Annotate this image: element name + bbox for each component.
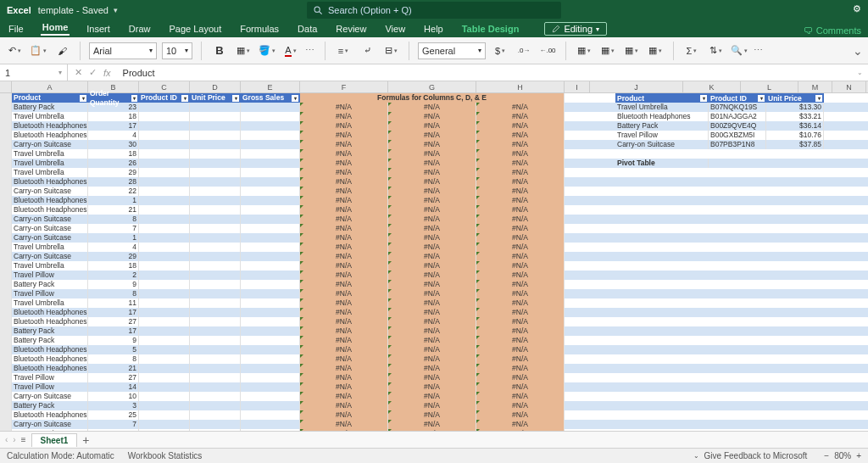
column-header[interactable]: E [241,81,300,92]
increase-decimal-button[interactable]: ←.00 [538,42,557,60]
fill-color-button[interactable]: 🪣 [258,42,276,60]
table-row[interactable]: Battery Pack3#N/A#N/A#N/A [0,401,868,410]
chevron-down-icon[interactable]: ▾ [114,6,118,14]
search-box[interactable]: Search (Option + Q) [307,2,561,19]
decrease-decimal-button[interactable]: .0→ [515,42,533,60]
table-row[interactable]: Travel Umbrella4#N/A#N/A#N/A [0,243,868,252]
column-header[interactable]: L [741,81,798,92]
wrap-text-button[interactable]: ⤶ [358,42,376,60]
font-size-select[interactable]: 10▾ [162,42,192,59]
editing-mode-button[interactable]: Editing ▾ [544,22,607,36]
tab-page-layout[interactable]: Page Layout [167,22,223,36]
tab-formulas[interactable]: Formulas [238,22,281,36]
table-header[interactable]: Product ID▾ [139,93,190,103]
workbook-stats-label[interactable]: Workbook Statistics [128,451,203,460]
conditional-format-button[interactable]: ▦ [575,42,593,60]
column-header[interactable]: D [190,81,241,92]
tab-insert[interactable]: Insert [85,22,112,36]
all-sheets-icon[interactable]: ≡ [21,435,26,444]
table-row[interactable]: Carry-on Suitcase29#N/A#N/A#N/A [0,252,868,261]
table-header[interactable]: Product▾ [12,93,88,103]
tab-data[interactable]: Data [296,22,319,36]
comments-button[interactable]: 🗨 Comments [804,25,861,36]
lookup-header-product[interactable]: Product▾ [615,93,709,103]
tab-review[interactable]: Review [334,22,368,36]
insert-cells-button[interactable]: ▦ [646,42,665,60]
sort-filter-button[interactable]: ⇅ [706,42,725,60]
zoom-level[interactable]: 80% [834,451,851,460]
table-row[interactable]: Carry-on Suitcase10#N/A#N/A#N/A [0,392,868,401]
table-row[interactable]: Bluetooth Headphones21#N/A#N/A#N/A [0,205,868,215]
prev-sheet-icon[interactable]: ‹ [5,435,8,444]
column-header[interactable]: K [683,81,741,92]
autosum-button[interactable]: Σ [682,42,701,60]
column-header[interactable]: A [12,81,88,92]
column-header[interactable]: I [565,81,590,92]
tab-help[interactable]: Help [422,22,445,36]
table-row[interactable]: Travel Pillow2#N/A#N/A#N/A [0,271,868,280]
chevron-down-icon[interactable]: ⌄ [693,452,699,460]
table-row[interactable]: Battery Pack17#N/A#N/A#N/A [0,326,868,336]
table-row[interactable]: Bluetooth Headphones1#N/A#N/A#N/A [0,196,868,205]
fx-icon[interactable]: fx [103,68,111,78]
name-box[interactable]: 1▾ [0,64,68,81]
table-row[interactable]: Travel Umbrella18#N/A#N/A#N/A [0,261,868,271]
table-row[interactable]: Travel Pillow27#N/A#N/A#N/A [0,373,868,382]
next-sheet-icon[interactable]: › [13,435,15,444]
more-editing-button[interactable]: ⋯ [754,45,765,56]
column-header[interactable]: F [300,81,388,92]
more-font-button[interactable]: ⋯ [305,45,316,56]
find-button[interactable]: 🔍 [730,42,748,60]
align-button[interactable]: ≡ [334,42,353,60]
lookup-header-price[interactable]: Unit Price▾ [766,93,824,103]
table-header[interactable]: Order Quantity▾ [88,93,139,103]
column-header[interactable]: G [388,81,476,92]
table-row[interactable]: Bluetooth Headphones25#N/A#N/A#N/A [0,410,868,420]
lookup-header-productid[interactable]: Product ID▾ [709,93,766,103]
accept-formula-icon[interactable]: ✓ [89,67,97,78]
tab-draw[interactable]: Draw [127,22,153,36]
tab-view[interactable]: View [383,22,407,36]
table-row[interactable]: Carry-on Suitcase7#N/A#N/A#N/A [0,420,868,429]
cell-styles-button[interactable]: ▦ [622,42,641,60]
table-row[interactable]: Bluetooth Headphones8#N/A#N/A#N/A [0,354,868,364]
sheet-tab-sheet1[interactable]: Sheet1 [31,433,78,447]
format-table-button[interactable]: ▦ [598,42,617,60]
currency-button[interactable]: $ [491,42,509,60]
table-row[interactable]: Travel Pillow8#N/A#N/A#N/A [0,289,868,298]
feedback-link[interactable]: Give Feedback to Microsoft [704,451,808,460]
cancel-formula-icon[interactable]: ✕ [75,67,82,78]
table-row[interactable]: Carry-on Suitcase1#N/A#N/A#N/A [0,233,868,243]
font-select[interactable]: Arial▾ [89,42,157,59]
formula-input[interactable]: Product [118,68,852,78]
tab-home[interactable]: Home [41,20,70,36]
font-color-button[interactable]: A [281,42,300,60]
table-row[interactable]: Travel Umbrella29#N/A#N/A#N/A [0,168,868,177]
lookup-row[interactable]: Travel PillowB00GXBZM5I$10.76 [615,131,861,140]
collapse-ribbon-button[interactable]: ⌄ [853,44,863,58]
table-row[interactable]: Carry-on Suitcase8#N/A#N/A#N/A [0,215,868,224]
number-format-select[interactable]: General▾ [418,42,486,59]
table-row[interactable]: Bluetooth Headphones21#N/A#N/A#N/A [0,364,868,373]
borders-button[interactable]: ▦ [234,42,253,60]
table-row[interactable]: Bluetooth Headphones5#N/A#N/A#N/A [0,345,868,354]
bold-button[interactable]: B [210,42,229,60]
expand-formula-bar-icon[interactable]: ⌄ [852,69,868,76]
table-header[interactable]: Gross Sales▾ [241,93,300,103]
gear-icon[interactable]: ⚙ [853,3,861,14]
undo-button[interactable]: ↶ [5,42,24,60]
table-row[interactable]: Carry-on Suitcase22#N/A#N/A#N/A [0,187,868,196]
column-header[interactable]: M [798,81,832,92]
zoom-out-button[interactable]: − [824,451,829,460]
table-row[interactable]: Bluetooth Headphones28#N/A#N/A#N/A [0,177,868,187]
lookup-row[interactable]: Battery PackB00Z9QVE4Q$36.14 [615,121,861,131]
merge-button[interactable]: ⊟ [381,42,400,60]
paste-button[interactable]: 📋 [29,42,47,60]
table-row[interactable]: Bluetooth Headphones17#N/A#N/A#N/A [0,308,868,317]
spreadsheet-grid[interactable]: ABCDEFGHIJKLMN Product▾Order Quantity▾Pr… [0,81,868,455]
zoom-in-button[interactable]: + [856,451,861,460]
column-header[interactable]: C [139,81,190,92]
table-row[interactable]: Battery Pack9#N/A#N/A#N/A [0,336,868,345]
add-sheet-button[interactable]: + [82,433,89,447]
table-row[interactable]: Battery Pack9#N/A#N/A#N/A [0,280,868,289]
